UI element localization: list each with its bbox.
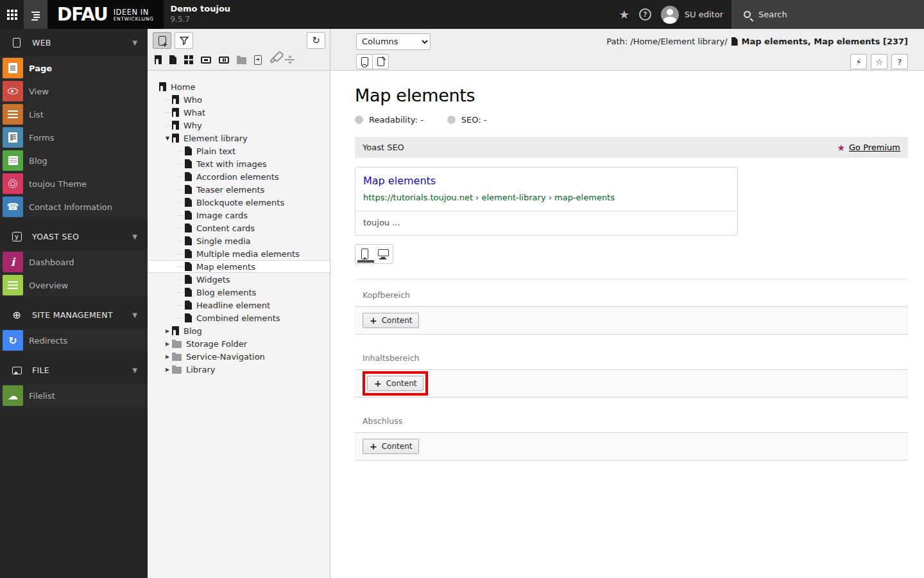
document-icon (185, 262, 192, 271)
tree-node[interactable]: Content cards (148, 222, 330, 234)
tree-node-home[interactable]: Home (148, 80, 330, 93)
plain-page-icon[interactable] (169, 55, 176, 64)
tree-node[interactable]: Headline element (148, 299, 330, 311)
new-page-button[interactable] (153, 32, 171, 49)
docheader-right-buttons: ⚡ ☆ ? (850, 54, 908, 69)
module-menu: WEB Page View List Forms Blog (0, 29, 148, 578)
snippet-title: Map elements (363, 175, 730, 187)
recycler-icon[interactable] (219, 57, 229, 64)
folder-icon[interactable] (237, 56, 246, 64)
module-section-header-web[interactable]: WEB (0, 29, 148, 57)
desktop-icon (378, 249, 389, 256)
tree-node[interactable]: Accordion elements (148, 170, 330, 183)
eye-icon (3, 81, 23, 101)
module-section-header-yoast[interactable]: y YOAST SEO (0, 223, 148, 250)
sidebar-item-blog[interactable]: Blog (0, 149, 148, 172)
tree-node[interactable]: Combined elements (148, 311, 330, 324)
sidebar-item-filelist[interactable]: ☁ Filelist (0, 384, 148, 407)
module-section-header-sitemanagement[interactable]: ⊕ SITE MANAGEMENT (0, 301, 148, 329)
document-icon (185, 172, 192, 181)
sidebar-item-view[interactable]: View (0, 80, 148, 103)
go-premium-link[interactable]: Go Premium (849, 143, 900, 152)
tree-node[interactable]: Teaser elements (148, 183, 330, 196)
expand-arrow-icon[interactable] (163, 341, 172, 347)
sidebar-item-list[interactable]: List (0, 103, 148, 126)
active-device-indicator (357, 260, 374, 263)
filter-icon (180, 37, 189, 45)
sidebar-item-toujou-theme[interactable]: toujou Theme (0, 172, 148, 195)
tree-node[interactable]: Single media (148, 234, 330, 247)
desktop-preview-button[interactable] (374, 245, 393, 263)
search-input[interactable]: Search (732, 0, 924, 29)
plus-icon (370, 442, 377, 451)
backend-section-icon[interactable] (184, 55, 193, 64)
bookmark-button[interactable]: ☆ (871, 54, 887, 69)
tree-node[interactable]: Image cards (148, 209, 330, 222)
help-button[interactable]: ? (891, 54, 908, 69)
premium-star-icon: ★ (837, 143, 845, 153)
tree-node-library[interactable]: Library (148, 363, 330, 376)
sidebar-item-forms[interactable]: Forms (0, 126, 148, 149)
divider-icon[interactable] (285, 59, 295, 60)
standard-page-icon[interactable] (155, 55, 162, 64)
chevron-down-icon (132, 311, 137, 319)
folder-icon (172, 354, 182, 361)
shortcut-link-icon[interactable] (270, 58, 277, 62)
help-icon[interactable]: ? (639, 8, 651, 21)
redirect-icon: ↻ (3, 330, 23, 351)
tree-node[interactable]: What (148, 106, 330, 119)
tree-node[interactable]: Why (148, 119, 330, 132)
refresh-tree-button[interactable]: ↻ (307, 32, 325, 49)
user-menu[interactable]: SU editor (661, 6, 723, 24)
tree-node-map-elements-selected[interactable]: Map elements (148, 260, 330, 273)
tree-node[interactable]: Who (148, 93, 330, 106)
yoast-panel-header: Yoast SEO ★ Go Premium (355, 137, 908, 158)
paste-page-icon[interactable] (254, 55, 262, 65)
view-webpage-button[interactable] (356, 54, 373, 69)
doc-header: Columns Path: /Home/Element library/ Map… (330, 29, 924, 71)
expand-arrow-icon[interactable] (163, 367, 172, 372)
tree-node[interactable]: Multiple media elements (148, 247, 330, 260)
sidebar-item-redirects[interactable]: ↻ Redirects (0, 329, 148, 352)
brand-tagline: IDEEN IN ENTWICKLUNG (114, 7, 154, 21)
tree-node-element-library[interactable]: Element library (148, 132, 330, 144)
pagetree-panel: ↻ Home Who What Why Element library Plai… (148, 29, 330, 578)
expand-arrow-icon[interactable] (163, 354, 172, 360)
tree-node-service-navigation[interactable]: Service-Navigation (148, 350, 330, 363)
edit-page-button[interactable]: ✎ (372, 54, 389, 69)
filter-button[interactable] (175, 32, 193, 49)
tree-node[interactable]: Blog elements (148, 286, 330, 299)
tree-node[interactable]: Widgets (148, 273, 330, 286)
tree-node[interactable]: Plain text (148, 144, 330, 157)
clear-cache-button[interactable]: ⚡ (850, 54, 867, 69)
bookmark-star-icon[interactable]: ★ (619, 8, 629, 21)
mount-point-icon[interactable] (201, 57, 211, 64)
tree-node-blog[interactable]: Blog (148, 324, 330, 337)
sidebar-item-contact-information[interactable]: ☎ Contact Information (0, 195, 148, 218)
page-title: Map elements (355, 85, 908, 105)
breadcrumb: Path: /Home/Element library/ Map element… (606, 37, 908, 46)
add-content-button[interactable]: Content (363, 439, 419, 454)
tree-node-storage-folder[interactable]: Storage Folder (148, 337, 330, 350)
modules-menu-button[interactable] (0, 0, 24, 29)
section-kopfbereich: Kopfbereich Content (355, 290, 908, 335)
avatar (661, 6, 679, 24)
sidebar-item-page[interactable]: Page (0, 57, 148, 80)
tree-node[interactable]: Text with images (148, 157, 330, 170)
add-content-button[interactable]: Content (363, 313, 419, 328)
contact-icon: ☎ (3, 197, 23, 217)
info-icon: i (3, 252, 23, 272)
sidebar-item-overview[interactable]: Overview (0, 274, 148, 297)
module-section-header-file[interactable]: FILE (0, 356, 148, 384)
add-content-button-highlighted[interactable]: Content (367, 376, 424, 391)
expand-arrow-icon[interactable] (163, 328, 172, 334)
view-mode-select[interactable]: Columns (356, 33, 431, 50)
collapse-arrow-icon[interactable] (163, 136, 172, 141)
search-icon (744, 11, 751, 18)
pagetree-toggle-button[interactable] (24, 0, 47, 29)
sidebar-item-dashboard[interactable]: i Dashboard (0, 250, 148, 274)
document-icon (185, 146, 192, 155)
tree-node[interactable]: Blockquote elements (148, 196, 330, 209)
folder-icon (172, 341, 182, 348)
module-section-file: FILE ☁ Filelist (0, 356, 148, 407)
